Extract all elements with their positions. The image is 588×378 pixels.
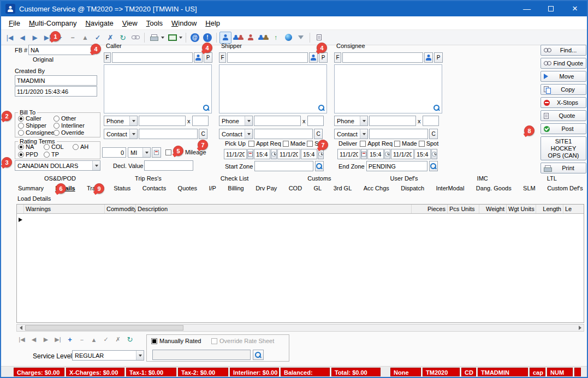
screen-dropdown[interactable]	[178, 32, 183, 44]
minimize-button[interactable]: —	[515, 1, 539, 16]
detail-post-button[interactable]: ✓	[100, 334, 111, 345]
pickup-time-from-picker[interactable]	[271, 149, 277, 159]
scrollbar-thumb[interactable]	[25, 325, 183, 331]
bill-to-shipper-radio[interactable]: Shipper	[18, 122, 46, 129]
tab-summary[interactable]: Summary	[17, 184, 45, 192]
consignee-contact-select[interactable]: Contact	[334, 129, 368, 139]
consignee-c-button[interactable]: C	[429, 129, 438, 139]
col-pcs-units[interactable]: Pcs Units	[448, 205, 479, 213]
deliver-time-to-picker[interactable]	[431, 149, 437, 159]
start-zone-input[interactable]	[254, 161, 313, 171]
start-zone-search-button[interactable]	[315, 161, 324, 171]
caller-address-list[interactable]	[104, 64, 212, 113]
caller-c-button[interactable]: C	[199, 129, 207, 139]
caller-phone-type-select[interactable]: Phone	[104, 116, 138, 126]
shipper-name-input[interactable]	[227, 52, 308, 63]
col-commodity[interactable]: Commodity	[105, 205, 136, 213]
post-edit-button[interactable]: ✓	[92, 32, 104, 44]
search-icon[interactable]	[203, 105, 210, 111]
fb-number-input[interactable]	[28, 45, 94, 55]
deliver-date-to-input[interactable]	[391, 149, 414, 159]
drivers-button[interactable]	[245, 32, 257, 44]
rating-tp-radio[interactable]: TP	[44, 151, 59, 158]
first-record-button[interactable]: |◀	[4, 32, 16, 44]
dropdown-button[interactable]	[360, 116, 367, 125]
bill-to-interliner-radio[interactable]: Interliner	[54, 122, 85, 129]
caller-profile-button[interactable]	[194, 52, 203, 63]
shipper-phone-input[interactable]	[254, 116, 301, 126]
edit-record-button[interactable]: ▲	[79, 32, 91, 44]
caller-contact-input[interactable]	[139, 129, 198, 139]
close-button[interactable]: ×	[563, 1, 587, 16]
consignee-phone-type-select[interactable]: Phone	[334, 116, 368, 126]
tab-contacts[interactable]: Contacts	[141, 184, 167, 192]
shipper-p-button[interactable]: P	[319, 52, 328, 63]
find-quote-button[interactable]: Find Quote	[541, 58, 586, 69]
detail-first-button[interactable]: |◀	[16, 334, 27, 345]
deliver-date-from-input[interactable]	[337, 149, 360, 159]
col-weight[interactable]: Weight	[479, 205, 507, 213]
tab-imc[interactable]: IMC	[476, 175, 489, 182]
override-rate-sheet-checkbox[interactable]: Override Rate Sheet	[211, 338, 274, 344]
tab-check-list[interactable]: Check List	[219, 175, 250, 182]
grid-horizontal-scrollbar[interactable]	[16, 324, 584, 332]
caller-ext-input[interactable]	[192, 116, 209, 126]
tab-cod[interactable]: COD	[288, 184, 303, 192]
print-report-button[interactable]: Print	[541, 163, 586, 173]
detail-refresh-button[interactable]: ↻	[124, 334, 135, 345]
shipper-contact-input[interactable]	[254, 129, 313, 139]
bill-to-override-radio[interactable]: Override	[54, 129, 84, 136]
import-button[interactable]: ↑	[270, 32, 282, 44]
pickup-spot-checkbox[interactable]	[307, 141, 313, 147]
deliver-date-from-picker[interactable]	[361, 149, 367, 159]
quote-button[interactable]: Quote	[541, 110, 586, 121]
shipper-c-button[interactable]: C	[314, 129, 323, 139]
consignee-profile-button[interactable]	[424, 52, 433, 63]
pickup-time-to-input[interactable]	[301, 149, 317, 159]
menu-view[interactable]: View	[118, 17, 142, 29]
pickup-made-checkbox[interactable]	[283, 141, 289, 147]
distance-unit-select[interactable]: MI	[128, 147, 151, 158]
detail-delete-button[interactable]: −	[76, 334, 87, 345]
detail-prior-button[interactable]: ◀	[28, 334, 39, 345]
col-description[interactable]: Description	[136, 205, 412, 213]
bill-to-other-radio[interactable]: Other	[54, 115, 76, 122]
pickup-time-from-input[interactable]	[254, 149, 270, 159]
detail-cancel-button[interactable]: ✗	[112, 334, 123, 345]
menu-file[interactable]: File	[4, 17, 25, 29]
menu-tools[interactable]: Tools	[142, 17, 167, 29]
dropdown-button[interactable]	[136, 351, 144, 360]
next-record-button[interactable]: ▶	[29, 32, 41, 44]
rating-na-radio[interactable]: NA	[18, 143, 34, 150]
find-button[interactable]: Find...	[541, 45, 586, 56]
shipper-f-button[interactable]: F	[219, 52, 226, 63]
tab-osd-pod[interactable]: OS&D/POD	[43, 175, 77, 182]
caller-f-button[interactable]: F	[104, 52, 111, 63]
col-wgt-units[interactable]: Wgt Units	[507, 205, 536, 213]
consignee-p-button[interactable]: P	[434, 52, 443, 63]
contacts-button[interactable]	[232, 32, 244, 44]
detail-next-button[interactable]: ▶	[40, 334, 51, 345]
manually-rated-checkbox[interactable]: Manually Rated	[151, 338, 201, 344]
consignee-name-input[interactable]	[342, 52, 423, 63]
consignee-address-list[interactable]	[334, 64, 442, 113]
web-button[interactable]	[282, 32, 294, 44]
tab-gl[interactable]: GL	[313, 184, 323, 192]
scroll-right-button[interactable]	[576, 325, 584, 331]
mileage-checkbox[interactable]	[165, 149, 171, 155]
deliver-time-to-input[interactable]	[414, 149, 431, 159]
maximize-button[interactable]	[539, 1, 563, 16]
detail-last-button[interactable]: ▶|	[52, 334, 63, 345]
caller-p-button[interactable]: P	[204, 52, 212, 63]
x-stops-button[interactable]: X-Stops	[541, 97, 586, 108]
tab-acc-chgs[interactable]: Acc Chgs	[363, 184, 390, 192]
customer-button[interactable]	[219, 32, 231, 44]
site-button[interactable]: SITE1 HOCKEY OPS (CAN)	[541, 136, 586, 160]
end-zone-input[interactable]	[366, 161, 427, 171]
bill-to-consignee-radio[interactable]: Consignee	[18, 129, 55, 136]
info-button[interactable]: !	[201, 32, 213, 44]
print-dropdown[interactable]	[160, 32, 165, 44]
shipper-ext-input[interactable]	[307, 116, 324, 126]
caller-name-input[interactable]	[112, 52, 193, 63]
caller-contact-select[interactable]: Contact	[104, 129, 138, 139]
